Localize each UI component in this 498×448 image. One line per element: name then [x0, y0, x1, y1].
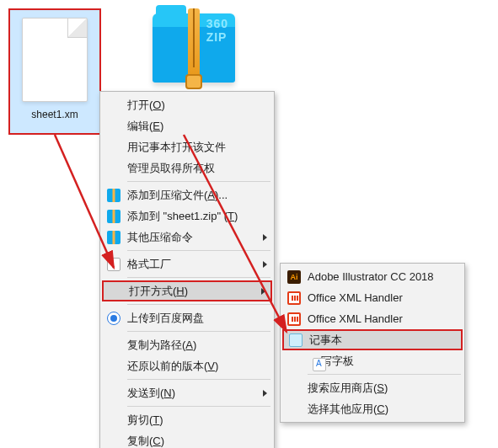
submenu-wordpad[interactable]: 写字板: [282, 350, 463, 371]
submenu-office-xml-1[interactable]: Office XML Handler: [282, 287, 463, 308]
submenu-adobe-illustrator[interactable]: AiAdobe Illustrator CC 2018: [282, 266, 463, 287]
lbl: 上传到百度网盘: [127, 311, 204, 326]
menu-edit[interactable]: 编辑(E): [102, 115, 272, 136]
menu-add-to-sheet1zip[interactable]: 添加到 "sheet1.zip" (T): [102, 205, 272, 227]
lbl: Adobe Illustrator CC 2018: [308, 270, 434, 283]
menu-open-with-notepad[interactable]: 用记事本打开该文件: [102, 136, 272, 157]
menu-send-to[interactable]: 发送到(N): [102, 382, 272, 403]
menu-open-with[interactable]: 打开方式(H): [102, 280, 272, 301]
separator: [127, 331, 270, 332]
lbl: 发送到(N): [127, 386, 175, 401]
menu-other-compress[interactable]: 其他压缩命令: [102, 227, 272, 248]
lbl: 剪切(T): [127, 413, 163, 428]
menu-copy[interactable]: 复制(C): [102, 430, 272, 448]
adobe-illustrator-icon: Ai: [287, 270, 301, 284]
format-factory-icon: [107, 258, 120, 271]
file-page-icon: [22, 18, 88, 102]
lbl: 复制为路径(A): [127, 338, 196, 353]
menu-cut[interactable]: 剪切(T): [102, 409, 272, 430]
file-xml-selected[interactable]: sheet1.xm: [8, 8, 101, 135]
zip-icon: [107, 189, 120, 202]
submenu-choose-other[interactable]: 选择其他应用(C): [282, 398, 463, 419]
context-submenu-open-with: AiAdobe Illustrator CC 2018 Office XML H…: [280, 263, 465, 423]
lbl: 还原以前的版本(V): [127, 359, 218, 374]
zip-icon: [107, 231, 120, 244]
office-xml-icon: [287, 291, 301, 305]
submenu-notepad[interactable]: 记事本: [282, 329, 463, 350]
notepad-icon: [289, 333, 303, 347]
menu-admin-ownership[interactable]: 管理员取得所有权: [102, 157, 272, 179]
lbl: 记事本: [309, 333, 342, 348]
lbl: Office XML Handler: [308, 291, 403, 304]
chevron-right-icon: [263, 234, 267, 241]
submenu-search-store[interactable]: 搜索应用商店(S): [282, 377, 463, 398]
separator: [127, 250, 270, 251]
lbl: 格式工厂: [127, 257, 171, 272]
chevron-right-icon: [263, 261, 267, 268]
wordpad-icon: [313, 358, 326, 371]
separator: [127, 181, 270, 182]
menu-copy-as-path[interactable]: 复制为路径(A): [102, 334, 272, 355]
office-xml-icon: [287, 312, 301, 326]
menu-upload-baidupan[interactable]: 上传到百度网盘: [102, 307, 272, 328]
baidu-pan-icon: [107, 312, 120, 325]
separator: [127, 379, 270, 380]
zip-icon: [107, 210, 120, 223]
lbl: 编辑(E): [127, 119, 163, 134]
menu-restore-previous[interactable]: 还原以前的版本(V): [102, 355, 272, 376]
lbl: 添加到 "sheet1.zip" (T): [127, 209, 238, 224]
lbl: 复制(C): [127, 434, 164, 449]
separator: [127, 406, 270, 407]
lbl: Office XML Handler: [308, 312, 403, 325]
chevron-right-icon: [261, 288, 265, 295]
menu-add-to-archive[interactable]: 添加到压缩文件(A)...: [102, 184, 272, 205]
lbl: 搜索应用商店(S): [308, 381, 388, 396]
zip-folder-body: 360ZIP: [153, 13, 235, 83]
menu-format-factory[interactable]: 格式工厂: [102, 253, 272, 275]
lbl: 打开(O): [127, 98, 165, 113]
zipper-pull-icon: [185, 74, 202, 89]
submenu-office-xml-2[interactable]: Office XML Handler: [282, 308, 463, 329]
chevron-right-icon: [263, 390, 267, 397]
zip-folder-icon[interactable]: 360ZIP: [147, 8, 240, 93]
lbl: 用记事本打开该文件: [127, 140, 226, 155]
lbl: 打开方式(H): [129, 284, 188, 299]
lbl: 选择其他应用(C): [308, 402, 388, 417]
lbl: 添加到压缩文件(A)...: [127, 188, 228, 203]
lbl: 其他压缩命令: [127, 230, 193, 245]
lbl: 管理员取得所有权: [127, 161, 215, 176]
file-label: sheet1.xm: [31, 109, 78, 120]
separator: [127, 304, 270, 305]
separator: [127, 277, 270, 278]
separator: [308, 374, 461, 375]
context-menu-main: 打开(O) 编辑(E) 用记事本打开该文件 管理员取得所有权 添加到压缩文件(A…: [99, 91, 275, 448]
zip-badge-text: 360ZIP: [206, 17, 228, 44]
zipper-icon: [188, 8, 200, 88]
menu-open[interactable]: 打开(O): [102, 94, 272, 115]
